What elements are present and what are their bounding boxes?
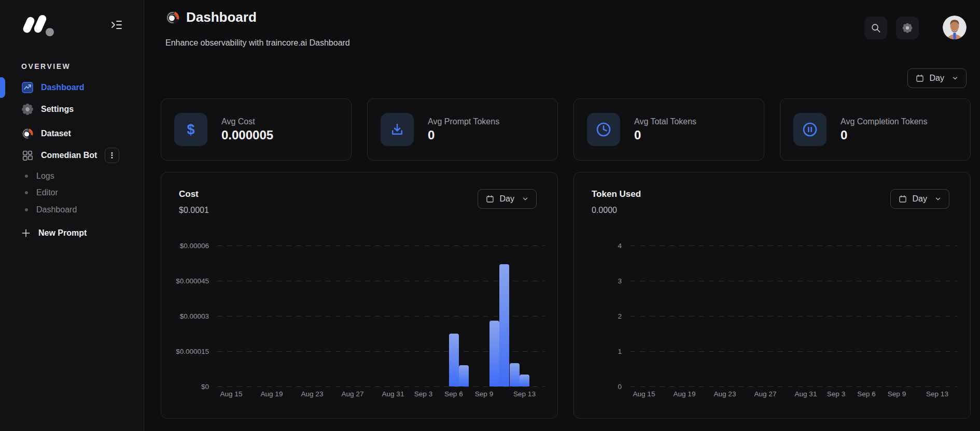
sidebar-subitem-label: Dashboard xyxy=(36,205,77,214)
sidebar-item-dataset[interactable]: Dataset xyxy=(0,122,144,145)
gridline xyxy=(217,386,545,387)
chart-title: Cost xyxy=(179,189,199,199)
search-icon xyxy=(870,22,881,34)
x-tick-label: Sep 13 xyxy=(926,390,948,398)
svg-text:$: $ xyxy=(187,122,195,137)
clock-icon xyxy=(587,113,620,146)
user-avatar[interactable] xyxy=(943,16,967,39)
cost-period-select[interactable]: Day xyxy=(478,189,537,209)
calendar-icon xyxy=(485,194,495,204)
gridline xyxy=(217,246,545,246)
search-button[interactable] xyxy=(864,17,887,39)
gridline xyxy=(630,316,958,317)
x-tick-label: Aug 27 xyxy=(342,390,364,398)
chevron-down-icon xyxy=(522,195,529,203)
token-period-select[interactable]: Day xyxy=(890,189,949,209)
x-tick-label: Aug 15 xyxy=(633,390,655,398)
y-axis-labels: 01234 xyxy=(574,246,626,386)
x-tick-label: Aug 27 xyxy=(754,390,777,398)
sidebar-item-settings[interactable]: Settings xyxy=(0,98,144,121)
new-prompt-button[interactable]: New Prompt xyxy=(0,225,144,241)
x-tick-label: Sep 9 xyxy=(475,390,493,398)
new-prompt-label: New Prompt xyxy=(38,228,87,238)
x-tick-label: Sep 6 xyxy=(444,390,463,398)
y-tick-label: 1 xyxy=(618,348,622,355)
sidebar-item-comedian-bot[interactable]: Comedian Bot ⋮ xyxy=(0,144,144,167)
stat-label: Avg Completion Tokens xyxy=(841,117,928,126)
gridline xyxy=(630,351,958,352)
y-tick-label: 3 xyxy=(618,277,622,285)
active-indicator xyxy=(0,77,5,98)
x-tick-label: Aug 23 xyxy=(301,390,324,398)
bullet-icon xyxy=(25,208,28,211)
download-icon xyxy=(381,113,414,146)
bar[interactable] xyxy=(510,363,520,386)
page-subtitle: Enhance observability with traincore.ai … xyxy=(165,38,350,48)
y-tick-label: 2 xyxy=(618,312,622,320)
x-tick-label: Aug 23 xyxy=(714,390,736,398)
gear-icon xyxy=(902,22,913,34)
stat-label: Avg Cost xyxy=(221,117,273,126)
x-tick-label: Sep 3 xyxy=(414,390,432,398)
plot-area xyxy=(630,246,958,386)
sidebar-item-dashboard[interactable]: Dashboard xyxy=(0,76,144,99)
x-tick-label: Sep 13 xyxy=(513,390,536,398)
page-title-donut-icon xyxy=(165,10,180,25)
sidebar-subitem-label: Editor xyxy=(36,188,58,197)
sidebar-subitem-editor[interactable]: Editor xyxy=(0,185,144,200)
overview-section-label: OVERVIEW xyxy=(21,62,71,70)
plus-icon xyxy=(21,228,31,238)
gridline xyxy=(217,316,545,317)
y-tick-label: $0.000015 xyxy=(176,348,209,355)
stat-card-avg-cost: $ Avg Cost 0.000005 xyxy=(161,98,352,161)
bullet-icon xyxy=(25,175,28,178)
sidebar: OVERVIEW Dashboard Setti xyxy=(0,0,144,431)
x-axis-labels: Aug 15Aug 19Aug 23Aug 27Aug 31Sep 3Sep 6… xyxy=(630,390,958,401)
main-content: Dashboard Enhance observability with tra… xyxy=(144,0,980,431)
sidebar-subitem-dashboard[interactable]: Dashboard xyxy=(0,202,144,218)
bar[interactable] xyxy=(449,334,459,386)
x-tick-label: Sep 6 xyxy=(857,390,875,398)
stat-card-avg-total-tokens: Avg Total Tokens 0 xyxy=(573,98,764,161)
bar[interactable] xyxy=(459,365,469,386)
x-axis-labels: Aug 15Aug 19Aug 23Aug 27Aug 31Sep 3Sep 6… xyxy=(217,390,545,401)
page-title: Dashboard xyxy=(186,9,257,25)
cost-chart-card: Cost $0.0001 Day $0$0.000015$0.00003$0.0… xyxy=(161,172,558,419)
stat-label: Avg Prompt Tokens xyxy=(428,117,499,126)
gridline xyxy=(630,386,958,387)
y-axis-labels: $0$0.000015$0.00003$0.000045$0.00006 xyxy=(161,246,213,386)
traincore-logo-icon[interactable] xyxy=(21,11,58,38)
chevron-down-icon xyxy=(951,75,959,82)
stat-cards-row: $ Avg Cost 0.000005 Avg Prompt Tokens 0 xyxy=(161,98,971,161)
chevron-down-icon xyxy=(934,195,942,203)
settings-button[interactable] xyxy=(896,17,919,39)
pause-circle-icon xyxy=(793,113,827,146)
sidebar-item-label: Settings xyxy=(41,105,74,114)
kebab-menu-icon[interactable]: ⋮ xyxy=(105,148,119,163)
sidebar-subitem-logs[interactable]: Logs xyxy=(0,168,144,184)
sidebar-item-label: Comedian Bot xyxy=(41,151,97,160)
period-value: Day xyxy=(500,194,514,204)
bar[interactable] xyxy=(489,321,499,386)
collapse-sidebar-icon[interactable] xyxy=(108,17,125,33)
token-used-chart-card: Token Used 0.0000 Day 01234 Aug 15 xyxy=(573,172,971,419)
y-tick-label: $0.000045 xyxy=(176,277,209,285)
stat-value: 0 xyxy=(634,128,696,142)
bar[interactable] xyxy=(499,264,509,386)
gear-flower-icon xyxy=(21,103,34,116)
x-tick-label: Aug 15 xyxy=(220,390,243,398)
calendar-icon xyxy=(898,194,907,204)
sidebar-item-label: Dataset xyxy=(41,129,71,138)
y-tick-label: $0.00006 xyxy=(180,242,209,250)
charts-row: Cost $0.0001 Day $0$0.000015$0.00003$0.0… xyxy=(161,172,971,419)
donut-gauge-icon xyxy=(21,127,34,140)
sidebar-subitem-label: Logs xyxy=(36,171,54,181)
y-tick-label: 0 xyxy=(618,383,622,391)
chart-line-icon xyxy=(21,81,34,94)
period-select[interactable]: Day xyxy=(907,68,967,88)
x-tick-label: Sep 3 xyxy=(827,390,845,398)
calendar-icon xyxy=(915,74,925,83)
bar[interactable] xyxy=(520,375,529,386)
grid-icon xyxy=(21,149,34,162)
chart-total: $0.0001 xyxy=(179,206,209,215)
